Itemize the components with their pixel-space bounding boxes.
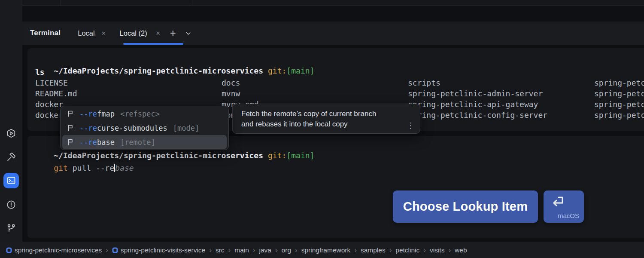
- chevron-down-icon[interactable]: [185, 30, 192, 37]
- flag-icon: [67, 124, 74, 132]
- ls-entry: spring-petc: [594, 88, 644, 99]
- breadcrumb-item[interactable]: samples: [361, 246, 386, 254]
- completion-item[interactable]: --recurse-submodules[mode]: [62, 121, 227, 135]
- breadcrumb-item[interactable]: spring-petclinic-microservices: [6, 246, 102, 254]
- chevron-right-icon: ›: [448, 246, 451, 255]
- inline-suggestion: base: [115, 163, 134, 172]
- ls-entry: spring-petc: [594, 77, 644, 88]
- breadcrumb-item[interactable]: org: [282, 246, 291, 254]
- tab-divider: [192, 0, 192, 5]
- panel-title: Terminal: [30, 29, 61, 37]
- ls-entry: spring-petclinic-api-gateway: [408, 99, 538, 110]
- flag-icon: [67, 110, 74, 117]
- terminal-command: ls: [35, 67, 45, 77]
- terminal-tab-bar: Terminal Local ✕ Local (2) ✕ +: [22, 22, 644, 45]
- problems-icon[interactable]: [3, 197, 19, 212]
- ls-entry: docker: [35, 99, 63, 110]
- ls-entry: LICENSE: [35, 77, 68, 88]
- more-options-icon[interactable]: ⋮: [407, 122, 414, 129]
- choose-lookup-item-button[interactable]: Choose Lookup Item: [393, 190, 538, 223]
- prompt-path: ~/IdeaProjects/spring-petclinic-microser…: [54, 66, 263, 75]
- chevron-right-icon: ›: [389, 246, 392, 255]
- prompt-git: git:: [268, 66, 286, 75]
- breadcrumb-item[interactable]: main: [234, 246, 249, 254]
- return-key-badge: macOS: [544, 190, 584, 223]
- chevron-right-icon: ›: [228, 246, 231, 255]
- ide-terminal-panel: Terminal Local ✕ Local (2) ✕ + ~/IdeaPro…: [0, 0, 644, 258]
- return-key-icon: [551, 195, 565, 208]
- module-icon: [112, 247, 118, 253]
- breadcrumb-item[interactable]: petclinic: [395, 246, 419, 254]
- chevron-right-icon: ›: [106, 246, 108, 255]
- command-git: git: [54, 163, 68, 172]
- button-label: Choose Lookup Item: [403, 200, 528, 214]
- services-icon[interactable]: [3, 126, 19, 141]
- doc-tooltip: Fetch the remote’s copy of current branc…: [232, 104, 420, 134]
- ls-entry: spring-petclinic-admin-server: [408, 88, 543, 99]
- completion-item-selected[interactable]: --rebase[remote]: [62, 135, 227, 149]
- chevron-right-icon: ›: [423, 246, 426, 255]
- module-icon: [6, 247, 12, 253]
- editor-tabs-strip: [22, 0, 644, 6]
- ls-entry: spring-petc: [594, 110, 644, 120]
- ls-entry: spring-petc: [594, 99, 644, 110]
- ls-entry: mvnw: [222, 88, 240, 99]
- prompt-branch: [main]: [286, 66, 314, 75]
- completion-popup: --refmap<refspec> --recurse-submodules[m…: [60, 106, 229, 150]
- new-terminal-tab-button[interactable]: +: [170, 27, 176, 39]
- breadcrumb-item[interactable]: src: [216, 246, 225, 254]
- chevron-right-icon: ›: [295, 246, 298, 255]
- chevron-right-icon: ›: [253, 246, 255, 255]
- breadcrumb-item[interactable]: visits: [430, 246, 444, 254]
- panel-header-spacer: [22, 6, 644, 22]
- version-control-icon[interactable]: [3, 221, 19, 236]
- breadcrumb: spring-petclinic-microservices › spring-…: [0, 242, 644, 258]
- flag-icon: [67, 138, 74, 146]
- selected-tab-underline: [123, 43, 183, 45]
- breadcrumb-item[interactable]: web: [455, 246, 467, 254]
- chevron-right-icon: ›: [275, 246, 278, 255]
- tab-local[interactable]: Local ✕: [78, 29, 106, 37]
- breadcrumb-item[interactable]: java: [259, 246, 271, 254]
- ls-entry: scripts: [408, 77, 440, 88]
- prompt-branch: [main]: [286, 151, 314, 160]
- terminal-icon[interactable]: [3, 173, 19, 188]
- terminal-input-line[interactable]: git pull --rebase: [35, 152, 134, 184]
- close-icon[interactable]: ✕: [156, 30, 161, 37]
- tooltip-text: and rebases it into the local copy: [241, 119, 403, 129]
- command-args: pull --re: [68, 163, 114, 172]
- tab-divider: [61, 0, 61, 5]
- chevron-right-icon: ›: [354, 246, 357, 255]
- close-icon[interactable]: ✕: [101, 30, 106, 37]
- ls-entry: spring-petclinic-config-server: [408, 110, 547, 120]
- breadcrumb-item[interactable]: spring-petclinic-visits-service: [112, 246, 205, 254]
- ls-entry: README.md: [35, 88, 77, 99]
- terminal-prompt-line: ~/IdeaProjects/spring-petclinic-microser…: [35, 55, 314, 87]
- chevron-right-icon: ›: [209, 246, 212, 255]
- tab-local-2[interactable]: Local (2) ✕: [120, 29, 161, 37]
- completion-item[interactable]: --refmap<refspec>: [62, 107, 227, 121]
- platform-label: macOS: [558, 212, 579, 219]
- tool-window-stripe: [0, 0, 22, 242]
- ls-entry: docs: [222, 77, 240, 88]
- prompt-git: git:: [268, 151, 286, 160]
- tooltip-text: Fetch the remote’s copy of current branc…: [241, 109, 403, 119]
- build-icon[interactable]: [3, 149, 19, 165]
- breadcrumb-item[interactable]: springframework: [301, 246, 351, 254]
